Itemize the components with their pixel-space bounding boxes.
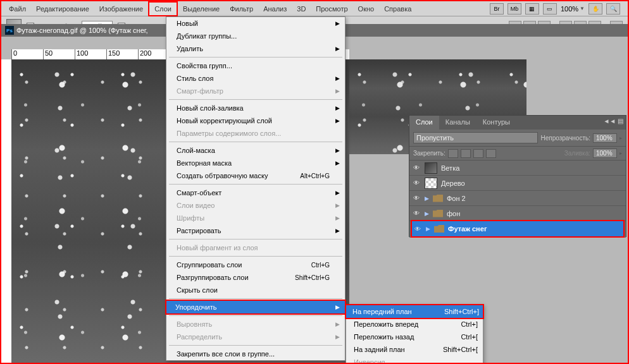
- tab-channels[interactable]: Каналы: [439, 116, 476, 130]
- menu-item[interactable]: Разгруппировать слоиShift+Ctrl+G: [166, 271, 345, 284]
- eye-icon[interactable]: 👁: [412, 164, 421, 172]
- menu-3d[interactable]: 3D: [292, 3, 311, 15]
- menu-item: Шрифты▶: [166, 212, 345, 224]
- eye-icon[interactable]: 👁: [412, 210, 421, 217]
- lock-transparency-icon[interactable]: [448, 149, 458, 158]
- menu-item[interactable]: Удалить▶: [166, 42, 345, 55]
- menu-item: Смарт-фильтр▶: [166, 85, 345, 97]
- tab-paths[interactable]: Контуры: [476, 116, 516, 130]
- zoom-value: 100%: [561, 5, 578, 13]
- layer-name: Футаж снег: [448, 225, 487, 233]
- expand-icon[interactable]: ▶: [425, 195, 429, 202]
- layer-name: Фон 2: [447, 195, 466, 202]
- menu-item: Параметры содержимого слоя...: [166, 127, 345, 140]
- arrange-submenu: На передний планShift+Ctrl+]Переложить в…: [346, 305, 483, 364]
- menu-item: Распределить▶: [166, 331, 345, 343]
- menu-help[interactable]: Справка: [379, 3, 416, 15]
- menu-item[interactable]: Закрепить все слои в группе...: [166, 348, 345, 360]
- menubar: Файл Редактирование Изображение Слои Выд…: [1, 1, 628, 16]
- lock-all-icon[interactable]: [486, 149, 496, 158]
- menu-item: Выровнять▶: [166, 318, 345, 331]
- menu-item[interactable]: Упорядочить▶: [165, 300, 346, 315]
- panel-lock-row: Закрепить: Заливка: 100% ▸: [409, 147, 626, 161]
- screen-mode-button[interactable]: ▦: [525, 3, 539, 15]
- panel-tabs: Слои Каналы Контуры: [409, 116, 626, 130]
- menu-view[interactable]: Просмотр: [311, 3, 352, 15]
- layers-dropdown: Новый▶Дубликат группы...Удалить▶Свойства…: [166, 16, 346, 361]
- layer-thumbnail: [425, 162, 437, 174]
- hand-tool-button[interactable]: ✋: [589, 3, 602, 15]
- submenu-item[interactable]: На задний планShift+Ctrl+[: [346, 343, 483, 356]
- zoom-display[interactable]: 100% ▼: [561, 5, 585, 13]
- layer-name: Ветка: [441, 164, 459, 172]
- chevron-down-icon: ▼: [580, 6, 585, 11]
- submenu-item: Инверсия: [346, 356, 483, 364]
- layers-panel: ◄◄ ▤ Слои Каналы Контуры Пропустить Непр…: [409, 115, 626, 237]
- lock-position-icon[interactable]: [473, 149, 483, 158]
- ruler-vertical: [1, 59, 11, 364]
- lock-pixels-icon[interactable]: [461, 149, 471, 158]
- eye-icon[interactable]: 👁: [412, 195, 421, 202]
- menu-file[interactable]: Файл: [4, 3, 31, 15]
- expand-icon[interactable]: ▶: [425, 210, 429, 217]
- opacity-label: Непрозрачность:: [540, 135, 590, 142]
- bridge-button[interactable]: Br: [490, 3, 504, 15]
- layer-row[interactable]: 👁Ветка: [409, 161, 626, 176]
- expand-icon[interactable]: ▶: [426, 226, 430, 232]
- opacity-value[interactable]: 100%: [593, 133, 617, 143]
- layer-list: 👁Ветка👁Дерево👁▶Фон 2👁▶фон👁▶Футаж снег: [409, 161, 626, 238]
- menu-item[interactable]: Новый▶: [166, 17, 345, 30]
- fill-label: Заливка:: [564, 150, 590, 157]
- panel-menu-icon[interactable]: ◄◄ ▤: [603, 118, 623, 124]
- menu-item[interactable]: Создать обтравочную маскуAlt+Ctrl+G: [166, 169, 345, 182]
- zoom-tool-button[interactable]: 🔍: [606, 3, 620, 15]
- menu-item[interactable]: Векторная маска▶: [166, 157, 345, 169]
- extras-button[interactable]: ▭: [543, 3, 557, 15]
- minibridge-button[interactable]: Mb: [508, 3, 521, 15]
- folder-icon: [433, 210, 443, 217]
- eye-icon[interactable]: 👁: [412, 179, 421, 187]
- menu-item[interactable]: Новый слой-заливка▶: [166, 102, 345, 114]
- chevron-icon-2[interactable]: ▸: [620, 150, 622, 156]
- eye-icon[interactable]: 👁: [413, 225, 422, 233]
- submenu-item[interactable]: Переложить впередCtrl+]: [346, 318, 483, 331]
- blend-mode-select[interactable]: Пропустить: [413, 132, 538, 143]
- menu-filter[interactable]: Фильтр: [225, 3, 258, 15]
- menu-select[interactable]: Выделение: [178, 3, 225, 15]
- layer-row[interactable]: 👁Дерево: [409, 176, 626, 191]
- chevron-icon[interactable]: ▸: [620, 135, 622, 141]
- tab-layers[interactable]: Слои: [409, 116, 439, 130]
- submenu-item[interactable]: Переложить назадCtrl+[: [346, 331, 483, 343]
- menu-window[interactable]: Окно: [353, 3, 380, 15]
- layer-row[interactable]: 👁▶фон: [409, 206, 626, 221]
- menu-analysis[interactable]: Анализ: [258, 3, 292, 15]
- menu-item[interactable]: Новый корректирующий слой▶: [166, 114, 345, 127]
- menu-edit[interactable]: Редактирование: [31, 3, 94, 15]
- fill-value[interactable]: 100%: [593, 149, 617, 158]
- menu-item: Новый фрагмент из слоя: [166, 241, 345, 254]
- menu-item[interactable]: Растрировать▶: [166, 224, 345, 237]
- folder-icon: [433, 195, 443, 202]
- layer-row[interactable]: 👁▶Футаж снег: [411, 220, 625, 238]
- menu-item[interactable]: Скрыть слои: [166, 284, 345, 296]
- menubar-tools: Br Mb ▦ ▭ 100% ▼ ✋ 🔍: [490, 3, 625, 15]
- folder-icon: [434, 225, 444, 233]
- layer-row[interactable]: 👁▶Фон 2: [409, 191, 626, 206]
- menu-item[interactable]: Стиль слоя▶: [166, 72, 345, 85]
- ps-icon: Ps: [5, 26, 14, 35]
- panel-blend-row: Пропустить Непрозрачность: 100% ▸: [409, 130, 626, 147]
- submenu-item[interactable]: На передний планShift+Ctrl+]: [345, 304, 484, 319]
- menu-layers[interactable]: Слои: [148, 1, 178, 16]
- layer-name: Дерево: [441, 179, 465, 187]
- menu-item[interactable]: Свойства групп...: [166, 59, 345, 72]
- layer-name: фон: [447, 210, 460, 217]
- menu-item[interactable]: Дубликат группы...: [166, 30, 345, 42]
- lock-label: Закрепить:: [413, 150, 445, 157]
- menu-item[interactable]: Сгруппировать слоиCtrl+G: [166, 258, 345, 271]
- menu-item[interactable]: Смарт-объект▶: [166, 186, 345, 199]
- menu-item[interactable]: Слой-маска▶: [166, 144, 345, 157]
- menu-item: Слои видео▶: [166, 199, 345, 212]
- document-title: Футаж-снегопад.gif @ 100% (Футаж снег,: [16, 27, 148, 34]
- layer-thumbnail: [425, 178, 437, 189]
- menu-image[interactable]: Изображение: [94, 3, 148, 15]
